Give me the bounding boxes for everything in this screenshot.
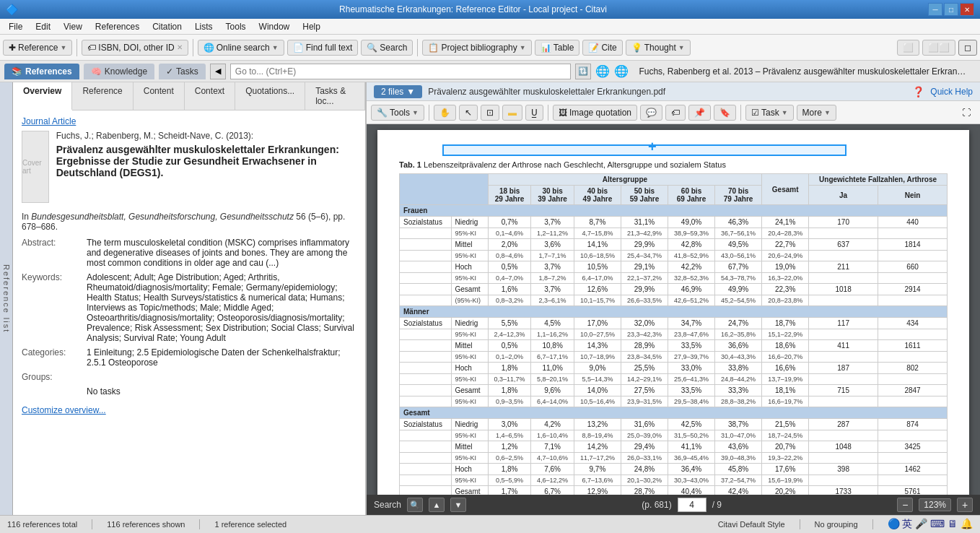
close-btn[interactable]: ✕ [960, 3, 974, 16]
task-btn[interactable]: ☑ Task ▼ [745, 105, 794, 121]
crop-icon: ⊡ [486, 108, 494, 118]
dropdown-arrow-more: ▼ [824, 109, 831, 116]
menu-lists[interactable]: Lists [189, 20, 219, 33]
tasks-tab-icon: ✓ [166, 66, 173, 77]
online-search-btn[interactable]: 🌐 Online search ▼ [198, 40, 284, 56]
tab-context[interactable]: Context [185, 82, 235, 110]
table-caption-text: Lebenszeitprävalenz der Arthrose nach Ge… [424, 160, 726, 169]
nav-refresh-btn[interactable]: 🔃 [575, 64, 591, 79]
groups-label: Groups: [22, 372, 87, 382]
selected-refs: 1 reference selected [214, 520, 286, 529]
bookmark-btn[interactable]: 🔖 [714, 105, 736, 121]
table-btn[interactable]: 📊 Table [535, 40, 580, 56]
col-50-59: 50 bis59 Jahre [621, 186, 668, 205]
keywords-label: Keywords: [22, 272, 87, 343]
menu-help[interactable]: Help [297, 20, 326, 33]
layout-btn-3[interactable]: ◻ [958, 40, 977, 56]
find-full-text-btn[interactable]: 📄 Find full text [287, 40, 359, 56]
tab-references[interactable]: 📚 References [4, 64, 79, 79]
pdf-toolbar-sep-1 [429, 105, 429, 121]
menu-file[interactable]: File [3, 20, 28, 33]
tab-quotations[interactable]: Quotations... [235, 82, 305, 110]
tab-content[interactable]: Content [134, 82, 185, 110]
sticky-note-icon: 📌 [694, 108, 705, 118]
reference-btn[interactable]: ✚ Reference ▼ [3, 40, 72, 56]
toolbar-separator-2 [193, 39, 193, 56]
nav-globe-icon-2[interactable]: 🌐 [614, 64, 629, 78]
nav-back-btn[interactable]: ◀ [210, 64, 226, 79]
underline-icon: U̲ [531, 108, 538, 118]
zoom-in-btn[interactable]: + [957, 498, 973, 512]
layout-btn-1[interactable]: ⬜ [897, 40, 919, 56]
cite-btn[interactable]: 📝 Cite [582, 40, 622, 56]
abstract-row: Abstract: The term musculoskeletal condi… [22, 238, 356, 268]
pdf-panel: 2 files ▼ Prävalenz ausgewählter muskulo… [367, 82, 980, 515]
col-60-69: 60 bis69 Jahre [668, 186, 715, 205]
references-tab-icon: 📚 [12, 66, 22, 77]
tab-tasks-loc[interactable]: Tasks & loc... [305, 82, 365, 110]
next-result-btn[interactable]: ▼ [450, 498, 466, 512]
toolbar-separator-3 [417, 39, 418, 56]
comment-btn[interactable]: 💬 [640, 105, 662, 121]
isbn-btn[interactable]: 🏷 ISBN, DOI, other ID ✕ [82, 40, 188, 56]
page-input[interactable] [678, 498, 706, 512]
tab-knowledge[interactable]: 🧠 Knowledge [84, 64, 154, 79]
menu-references[interactable]: References [89, 20, 145, 33]
minimize-btn[interactable]: ─ [928, 3, 942, 16]
pdf-page: + Tab. 1 Lebenszeitprävalenz der Arthros… [377, 130, 969, 495]
tools-btn[interactable]: 🔧 Tools ▼ [371, 105, 424, 121]
dropdown-arrow-icon-2: ▼ [272, 44, 279, 51]
menu-view[interactable]: View [58, 20, 88, 33]
select-tool-btn[interactable]: ↖ [459, 105, 478, 121]
fullscreen-btn[interactable]: ⛶ [957, 105, 976, 120]
image-quotation-btn[interactable]: 🖼 Image quotation [553, 105, 637, 121]
main-toolbar: ✚ Reference ▼ 🏷 ISBN, DOI, other ID ✕ 🌐 … [0, 35, 980, 61]
files-button[interactable]: 2 files ▼ [374, 85, 422, 98]
quick-help-link[interactable]: Quick Help [930, 87, 973, 97]
image-quotation-icon: 🖼 [559, 108, 567, 118]
task-icon: ☑ [751, 108, 759, 118]
groups-value [87, 372, 356, 382]
prev-result-btn[interactable]: ▲ [429, 498, 445, 512]
bookmark-icon: 🔖 [719, 108, 730, 118]
zoom-out-btn[interactable]: − [897, 498, 913, 512]
menu-citation[interactable]: Citation [146, 20, 188, 33]
sticky-note-btn[interactable]: 📌 [688, 105, 711, 121]
goto-input[interactable] [230, 64, 572, 79]
layout-btn-2[interactable]: ⬜⬜ [922, 40, 955, 56]
col-40-49: 40 bis49 Jahre [574, 186, 621, 205]
table-icon: 📊 [541, 43, 551, 53]
thought-btn[interactable]: 💡 Thought ▼ [626, 40, 691, 56]
tab-tasks[interactable]: ✓ Tasks [159, 64, 206, 79]
menu-window[interactable]: Window [253, 20, 296, 33]
cursor-icon: ↖ [465, 108, 472, 118]
sidebar-toggle[interactable]: Reference list [0, 82, 13, 515]
pdf-toolbar-sep-3 [740, 105, 741, 121]
underline-btn[interactable]: U̲ [525, 105, 543, 121]
window-title: Rheumatische Erkrankungen: Reference Edi… [18, 4, 928, 14]
maximize-btn[interactable]: □ [944, 3, 958, 16]
tasks-label-placeholder [22, 386, 87, 396]
search-btn[interactable]: 🔍 Search [361, 40, 413, 56]
reference-type[interactable]: Journal Article [22, 116, 356, 126]
project-bibliography-btn[interactable]: 📋 Project bibliography ▼ [422, 40, 531, 56]
groups-row: Groups: [22, 372, 356, 382]
status-sep-2 [199, 519, 200, 529]
tag-btn[interactable]: 🏷 [665, 105, 686, 121]
search-icon-btn[interactable]: 🔍 [407, 498, 423, 512]
col-70-79: 70 bis79 Jahre [715, 186, 762, 205]
more-btn[interactable]: More ▼ [797, 105, 836, 121]
tab-overview[interactable]: Overview [13, 82, 72, 110]
customize-overview-link[interactable]: Customize overview... [22, 405, 106, 415]
shown-refs: 116 references shown [107, 520, 185, 529]
menu-tools[interactable]: Tools [220, 20, 252, 33]
statusbar: 116 references total 116 references show… [0, 515, 980, 533]
nav-globe-icon-1[interactable]: 🌐 [595, 64, 610, 78]
menu-edit[interactable]: Edit [30, 20, 56, 33]
highlight-btn[interactable]: ▬ [502, 105, 522, 121]
tab-reference[interactable]: Reference [72, 82, 133, 110]
hand-tool-btn[interactable]: ✋ [434, 105, 456, 121]
page-label: (p. 681) [642, 500, 671, 510]
tag-icon: 🏷 [671, 108, 680, 118]
crop-tool-btn[interactable]: ⊡ [481, 105, 499, 121]
